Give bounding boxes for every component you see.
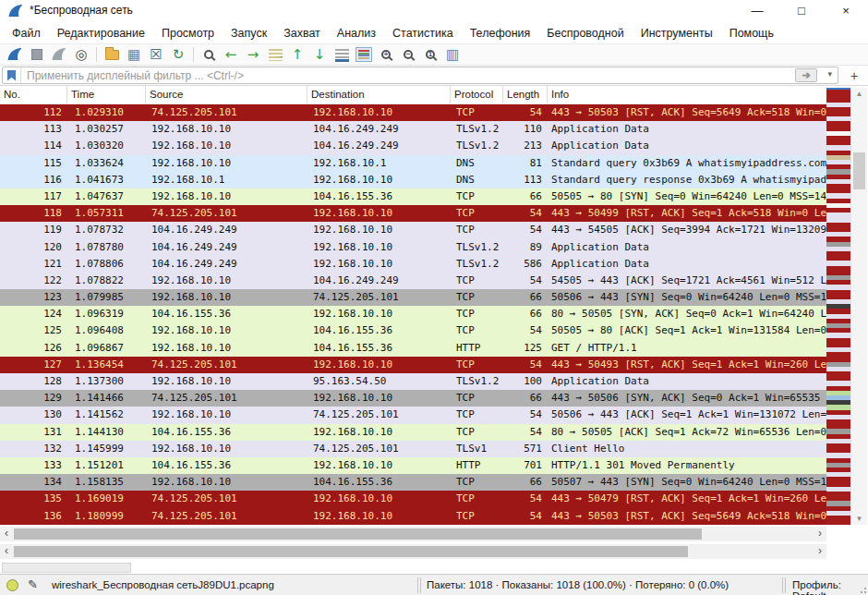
menu-item-1[interactable]: Редактирование (49, 24, 153, 42)
packet-row[interactable]: 1141.030320192.168.10.10104.16.249.249TL… (0, 138, 827, 154)
scroll-left-icon[interactable]: ‹ (0, 527, 13, 541)
packet-row[interactable]: 1271.13645474.125.205.101192.168.10.10TC… (0, 357, 827, 373)
apply-filter-button[interactable]: ➔ (795, 68, 817, 82)
column-header-time[interactable]: Time (67, 86, 146, 103)
cell-protocol: TLSv1.2 (451, 239, 503, 256)
cell-time: 1.047637 (67, 188, 146, 205)
packet-row[interactable]: 1291.14146674.125.205.101192.168.10.10TC… (0, 390, 827, 407)
zoom-out-icon[interactable]: − (397, 44, 419, 65)
resize-columns-icon[interactable]: ▥ (441, 44, 464, 65)
packet-row[interactable]: 1121.02931074.125.205.101192.168.10.10TC… (0, 104, 827, 121)
packet-row[interactable]: 1341.158135192.168.10.10104.16.155.36TCP… (0, 474, 827, 491)
menu-item-7[interactable]: Телефония (462, 24, 539, 42)
cell-destination: 192.168.10.10 (307, 172, 451, 188)
cell-info: Application Data (548, 256, 827, 273)
resize-grip[interactable] (859, 586, 866, 593)
cell-source: 74.125.205.101 (146, 205, 307, 222)
packet-row[interactable]: 1321.145999192.168.10.1074.125.205.101TL… (0, 441, 827, 457)
column-header-length[interactable]: Length (503, 86, 548, 103)
packet-row[interactable]: 1251.096408192.168.10.10104.16.155.36TCP… (0, 322, 827, 339)
stop-capture-icon[interactable] (26, 44, 48, 65)
open-file-icon[interactable] (101, 44, 123, 65)
packet-row[interactable]: 1331.151201104.16.155.36192.168.10.10HTT… (0, 457, 827, 474)
packet-minimap[interactable] (826, 88, 850, 525)
packet-row[interactable]: 1221.078822192.168.10.10104.16.249.249TC… (0, 273, 827, 289)
packet-row[interactable]: 1151.033624192.168.10.10192.168.10.1DNS8… (0, 155, 827, 172)
cell-info: Application Data (548, 373, 827, 390)
menu-item-10[interactable]: Помощь (721, 24, 782, 42)
packet-row[interactable]: 1241.096319104.16.155.36192.168.10.10TCP… (0, 306, 827, 322)
column-header-no[interactable]: No. (0, 86, 67, 103)
restart-capture-icon[interactable] (48, 44, 70, 65)
close-file-icon[interactable]: ☒ (145, 44, 167, 65)
colorize-icon[interactable] (353, 44, 375, 65)
cell-length: 66 (503, 289, 548, 306)
menu-item-6[interactable]: Статистика (384, 24, 462, 42)
packet-row[interactable]: 1161.041673192.168.10.1192.168.10.10DNS1… (0, 172, 827, 188)
save-file-icon[interactable]: ▦ (123, 44, 145, 65)
minimize-button[interactable]: — (735, 0, 779, 22)
column-header-info[interactable]: Info (548, 86, 827, 103)
packet-row[interactable]: 1231.079985192.168.10.1074.125.205.101TC… (0, 289, 827, 306)
minimap-view-indicator (826, 88, 850, 90)
zoom-in-icon[interactable]: + (375, 44, 397, 65)
scroll-down-icon[interactable]: ▼ (851, 515, 867, 523)
vertical-scrollbar[interactable]: ▲ ▼ (850, 88, 867, 525)
scroll-right-icon[interactable]: › (814, 527, 826, 541)
menu-item-3[interactable]: Запуск (223, 24, 275, 42)
menu-item-4[interactable]: Захват (275, 24, 329, 42)
packet-row[interactable]: 1351.16901974.125.205.101192.168.10.10TC… (0, 491, 827, 507)
capture-comment-icon[interactable]: ✎ (28, 577, 38, 591)
display-filter-input[interactable]: Применить дисплейный фильтр ... <Ctrl-/>… (2, 67, 838, 84)
scroll-left-icon[interactable]: ‹ (0, 544, 13, 559)
reload-file-icon[interactable]: ↻ (167, 44, 189, 65)
scroll-up-icon[interactable]: ▲ (851, 90, 867, 98)
zoom-reset-icon[interactable]: 1 (419, 44, 441, 65)
menu-item-2[interactable]: Просмотр (153, 24, 223, 42)
packet-row[interactable]: 1281.137300192.168.10.1095.163.54.50TLSv… (0, 373, 827, 390)
menu-item-0[interactable]: Файл (4, 24, 49, 42)
next-packet-icon[interactable]: → (242, 44, 264, 65)
column-header-protocol[interactable]: Protocol (451, 86, 503, 103)
menu-item-5[interactable]: Анализ (329, 24, 384, 42)
menu-item-9[interactable]: Инструменты (633, 24, 721, 42)
horizontal-scrollbar-top[interactable]: ‹ › (0, 527, 826, 541)
packet-row[interactable]: 1191.078732104.16.249.249192.168.10.10TC… (0, 222, 827, 238)
scroll-right-icon[interactable]: › (814, 544, 826, 559)
packet-row[interactable]: 1261.096867192.168.10.10104.16.155.36HTT… (0, 340, 827, 357)
first-packet-icon[interactable]: ↑ (286, 44, 308, 65)
close-button[interactable]: × (824, 0, 868, 22)
autoscroll-icon[interactable] (331, 44, 353, 65)
column-header-destination[interactable]: Destination (307, 86, 451, 103)
column-header-source[interactable]: Source (146, 86, 307, 103)
horizontal-scrollbar-thumb[interactable] (14, 528, 702, 540)
packet-row[interactable]: 1201.078780104.16.249.249192.168.10.10TL… (0, 239, 827, 256)
vertical-scrollbar-thumb[interactable] (853, 152, 865, 189)
packet-row[interactable]: 1211.078806104.16.249.249192.168.10.10TL… (0, 256, 827, 273)
last-packet-icon[interactable]: ↓ (308, 44, 331, 65)
packet-row[interactable]: 1171.047637192.168.10.10104.16.155.36TCP… (0, 188, 827, 205)
expert-info-icon[interactable] (6, 579, 18, 591)
pane-strip (0, 560, 868, 574)
start-capture-icon[interactable] (4, 44, 26, 65)
menu-item-8[interactable]: Беспроводной (538, 24, 632, 42)
packet-row[interactable]: 1311.144130104.16.155.36192.168.10.10TCP… (0, 424, 827, 441)
filter-dropdown-icon[interactable]: ▾ (827, 69, 832, 79)
goto-packet-icon[interactable]: → (264, 44, 286, 65)
packet-row[interactable]: 1131.030257192.168.10.10104.16.249.249TL… (0, 121, 827, 138)
horizontal-scrollbar-thumb[interactable] (14, 546, 688, 557)
filter-bookmark-button[interactable] (3, 67, 21, 83)
packet-row[interactable]: 1181.05731174.125.205.101192.168.10.10TC… (0, 205, 827, 222)
previous-packet-icon[interactable]: ← (220, 44, 242, 65)
profile-label[interactable]: Профиль: Default (792, 579, 868, 595)
cell-source: 192.168.10.10 (146, 340, 307, 357)
cell-time: 1.078822 (67, 273, 146, 289)
capture-options-icon[interactable]: ◎ (70, 44, 92, 65)
horizontal-scrollbar-bottom[interactable]: ‹ › (0, 544, 826, 559)
packet-row[interactable]: 1361.18099974.125.205.101192.168.10.10TC… (0, 508, 827, 525)
find-packet-icon[interactable] (198, 44, 220, 65)
maximize-button[interactable]: □ (779, 0, 824, 22)
packet-row[interactable]: 1301.141562192.168.10.1074.125.205.101TC… (0, 407, 827, 423)
add-filter-button[interactable]: + (846, 67, 862, 84)
cell-protocol: TLSv1.2 (451, 373, 503, 390)
